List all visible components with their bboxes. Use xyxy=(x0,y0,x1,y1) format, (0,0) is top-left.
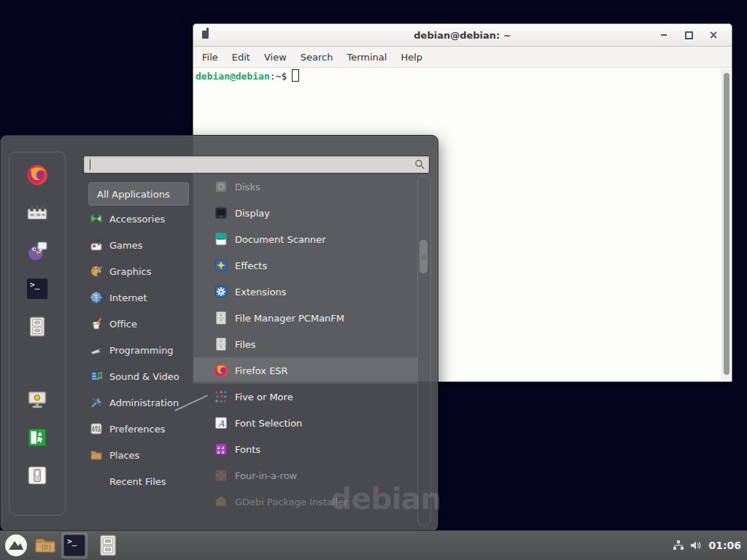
log-out-button[interactable] xyxy=(26,427,48,448)
files-launcher[interactable] xyxy=(95,532,121,559)
office-icon xyxy=(90,317,103,330)
category-accessories[interactable]: Accessories xyxy=(88,206,195,232)
app-list-scrollbar[interactable] xyxy=(417,176,431,526)
file-cabinet-icon xyxy=(214,337,228,351)
volume-icon[interactable] xyxy=(689,539,703,552)
menu-file[interactable]: File xyxy=(202,52,218,63)
terminal-title: debian@debian: ~ xyxy=(414,30,511,41)
app-item-firefox-esr[interactable]: Firefox ESR xyxy=(193,357,417,384)
app-item-disks[interactable]: Disks xyxy=(193,174,417,200)
app-item-extensions[interactable]: Extensions xyxy=(193,279,417,305)
menu-help[interactable]: Help xyxy=(400,52,422,63)
four-in-a-row-icon xyxy=(214,468,228,483)
category-recent-files[interactable]: Recent Files xyxy=(88,468,195,494)
app-item-fonts[interactable]: a aa a Fonts xyxy=(193,436,417,462)
system-tray: 01:06 xyxy=(672,531,747,560)
lock-screen-icon xyxy=(26,389,48,411)
app-item-five-or-more[interactable]: Five or More xyxy=(193,384,417,410)
terminal-titlebar[interactable]: debian@debian: ~ × xyxy=(193,24,732,47)
folder-icon: [D] xyxy=(34,534,57,557)
app-item-files[interactable]: Files xyxy=(193,331,417,357)
category-sound-video[interactable]: Sound & Video xyxy=(88,363,195,389)
app-list-scrollbar-thumb[interactable] xyxy=(419,240,427,273)
category-preferences[interactable]: Preferences xyxy=(88,416,195,442)
menu-logo-icon xyxy=(4,534,28,557)
svg-text:[D]: [D] xyxy=(41,545,51,551)
search-input[interactable] xyxy=(90,158,406,171)
firefox-icon xyxy=(214,363,228,378)
network-icon[interactable] xyxy=(672,539,685,552)
shutdown-button[interactable] xyxy=(26,464,48,486)
maximize-button[interactable] xyxy=(681,24,697,46)
text-caret xyxy=(90,159,90,170)
app-item-effects[interactable]: Effects xyxy=(193,252,417,279)
app-item-display[interactable]: Display xyxy=(193,200,417,226)
accessories-icon xyxy=(90,212,103,225)
terminal-scrollbar-thumb[interactable] xyxy=(724,73,729,375)
graphics-icon xyxy=(90,265,103,278)
debian-wallpaper-watermark: debian xyxy=(330,481,441,516)
display-icon xyxy=(214,206,228,220)
fonts-icon: a aa a xyxy=(214,442,228,456)
terminal-scrollbar[interactable] xyxy=(721,69,731,380)
search-box xyxy=(83,155,430,174)
category-all-applications[interactable]: All Applications xyxy=(88,182,189,206)
app-item-font-selection[interactable]: A Font Selection xyxy=(193,410,417,436)
shell-prompt: debian@debian:~$ xyxy=(196,69,299,82)
maximize-icon xyxy=(685,31,693,39)
file-manager-button[interactable] xyxy=(26,316,48,338)
file-cabinet-icon xyxy=(214,311,228,325)
prompt-path: :~$ xyxy=(270,71,287,82)
minimize-icon xyxy=(661,34,667,36)
sound-video-icon xyxy=(90,370,103,383)
clock[interactable]: 01:06 xyxy=(708,540,741,551)
category-games[interactable]: Games xyxy=(88,232,195,258)
gdebi-icon xyxy=(214,494,228,509)
games-icon xyxy=(90,238,103,252)
watermark-red-dot xyxy=(378,490,382,494)
file-manager-launcher[interactable]: [D] xyxy=(32,532,58,559)
svg-text:a a: a a xyxy=(217,449,225,455)
desktop: debian@debian: ~ × File Edit View Search… xyxy=(0,0,747,560)
control-center-button[interactable] xyxy=(26,202,48,224)
preferences-icon xyxy=(90,422,103,435)
menu-view[interactable]: View xyxy=(264,52,287,63)
menu-terminal[interactable]: Terminal xyxy=(347,52,387,63)
application-list: Disks Display Document Scanner Effects E… xyxy=(193,174,417,515)
applications-menu-button[interactable] xyxy=(3,532,29,559)
extensions-icon xyxy=(214,284,228,299)
category-programming[interactable]: Programming xyxy=(88,337,195,363)
category-list: All Applications Accessories Games Graph… xyxy=(88,182,195,494)
font-selection-icon: A xyxy=(214,416,228,430)
category-administration[interactable]: Administration xyxy=(88,389,195,416)
lock-screen-button[interactable] xyxy=(26,389,48,411)
category-internet[interactable]: Internet xyxy=(88,284,195,311)
pidgin-icon xyxy=(26,240,48,262)
minimize-button[interactable] xyxy=(656,24,672,46)
category-graphics[interactable]: Graphics xyxy=(88,258,195,284)
terminal-launcher-button[interactable]: >_ xyxy=(26,278,48,300)
firefox-icon xyxy=(26,164,48,186)
terminal-icon: >_ xyxy=(63,534,85,556)
disks-icon xyxy=(214,179,228,194)
places-icon xyxy=(90,448,103,462)
menu-search[interactable]: Search xyxy=(301,52,333,63)
menu-edit[interactable]: Edit xyxy=(232,52,250,63)
internet-icon xyxy=(90,291,103,304)
pidgin-button[interactable] xyxy=(26,240,48,262)
terminal-taskbar-button[interactable]: >_ xyxy=(61,532,88,559)
category-office[interactable]: Office xyxy=(88,311,195,337)
terminal-icon: >_ xyxy=(26,278,48,300)
file-cabinet-icon xyxy=(26,316,48,338)
log-out-icon xyxy=(26,427,48,448)
close-button[interactable]: × xyxy=(705,24,721,46)
menu-sidebar: >_ xyxy=(9,152,66,516)
app-item-file-manager-pcmanfm[interactable]: File Manager PCManFM xyxy=(193,305,417,331)
search-icon xyxy=(414,159,425,170)
category-places[interactable]: Places xyxy=(88,442,195,468)
app-item-document-scanner[interactable]: Document Scanner xyxy=(193,226,417,252)
taskbar: [D] >_ 01:06 xyxy=(0,530,747,560)
document-scanner-icon xyxy=(214,232,228,246)
application-menu: >_ All Applications xyxy=(0,135,438,532)
firefox-launcher-button[interactable] xyxy=(26,164,48,186)
